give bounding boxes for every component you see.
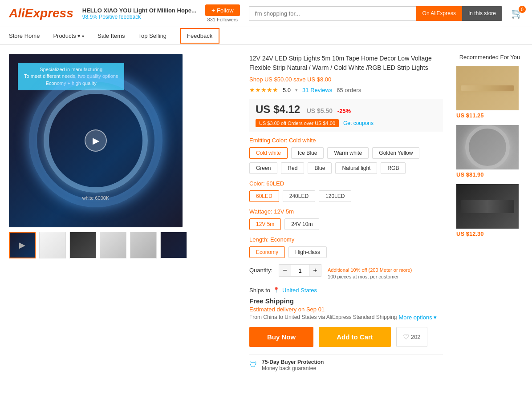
color-ice-blue[interactable]: Ice Blue <box>291 147 324 159</box>
nav-top-selling[interactable]: Top Selling <box>138 27 167 44</box>
header: AliExpress HELLO XIAO YOU Light Of Milli… <box>0 0 532 27</box>
price-section: US $4.12 US $5.50 -25% US $3.00 off Orde… <box>249 99 443 132</box>
reviews-count[interactable]: 31 Reviews <box>302 87 332 93</box>
action-buttons: Buy Now Add to Cart ♡ 202 <box>249 327 443 347</box>
rec-image-1 <box>456 66 519 110</box>
shop-save: Shop US $50.00 save US $8.00 <box>249 76 443 83</box>
nav-store-home[interactable]: Store Home <box>9 27 40 44</box>
add-to-cart-button[interactable]: Add to Cart <box>319 327 391 347</box>
color-warm-white[interactable]: Warm white <box>327 147 369 159</box>
thumbnail-list: ▶ <box>9 232 240 258</box>
thumbnail-6[interactable] <box>160 232 187 258</box>
ships-to-row: Ships to 📍 United States <box>249 287 443 294</box>
emitting-color-label: Emitting Color: Cold white <box>249 137 443 144</box>
more-options-link[interactable]: More options ▾ <box>399 314 437 321</box>
led-visual <box>9 54 183 227</box>
recommended-item-1[interactable]: US $11.25 <box>456 66 523 119</box>
quantity-discount-info: Additional 10% off (200 Meter or more) 1… <box>328 264 412 281</box>
led-240[interactable]: 240LED <box>283 190 315 202</box>
buyer-protection: 🛡 75-Day Buyer Protection Money back gua… <box>249 354 443 376</box>
recommended-item-3[interactable]: US $12.30 <box>456 184 523 237</box>
quantity-label: Quantity: <box>249 264 272 274</box>
original-price: US $5.50 <box>307 107 333 114</box>
product-info: 12V 24V LED Strip Lights 5m 10m Tape Hom… <box>240 54 452 376</box>
wattage-12v-5m[interactable]: 12V 5m <box>249 218 281 230</box>
discount-badge: -25% <box>337 108 351 114</box>
thumbnail-4[interactable] <box>100 232 126 258</box>
protection-subtitle: Money back guarantee <box>262 365 324 371</box>
color-natural-light[interactable]: Natural light <box>335 162 377 174</box>
main-product-image: Specialized in manufacturing To meet dif… <box>9 54 183 227</box>
length-economy[interactable]: Economy <box>249 246 285 258</box>
orders-count: 65 orders <box>337 87 361 93</box>
nav-sale-items[interactable]: Sale Items <box>97 27 125 44</box>
thumbnail-1[interactable]: ▶ <box>9 232 36 258</box>
followers-count: 831 Followers <box>207 17 238 22</box>
rec-price-1: US $11.25 <box>456 112 523 119</box>
length-high-class[interactable]: High-class <box>288 246 327 258</box>
ship-from: From China to United States via AliExpre… <box>249 314 443 321</box>
led-60[interactable]: 60LED <box>249 190 279 202</box>
buy-now-button[interactable]: Buy Now <box>249 327 313 347</box>
thumbnail-2[interactable] <box>39 232 66 258</box>
wattage-buttons: 12V 5m 24V 10m <box>249 218 443 230</box>
store-info: HELLO XIAO YOU Light Of Million Hope... … <box>82 7 196 20</box>
coupon-tag: US $3.00 off Orders over US $4.00 <box>256 119 339 127</box>
thumb-play-icon: ▶ <box>19 240 25 250</box>
rating-number: 5.0 <box>283 87 291 93</box>
shipping-section: Free Shipping Estimated delivery on Sep … <box>249 297 443 321</box>
rec-image-2 <box>456 125 519 169</box>
search-in-store-button[interactable]: In this store <box>462 6 502 21</box>
stars: ★★★★★ <box>249 86 278 93</box>
color-red[interactable]: Red <box>281 162 304 174</box>
store-navigation: Store Home Products ▾ Sale Items Top Sel… <box>0 27 532 45</box>
nav-feedback[interactable]: Feedback <box>180 28 219 44</box>
thumbnail-3[interactable] <box>69 232 96 258</box>
wishlist-button[interactable]: ♡ 202 <box>396 327 427 347</box>
image-label: white 6000K <box>82 195 110 201</box>
quantity-row: Quantity: − + Additional 10% off (200 Me… <box>249 264 443 281</box>
product-images-section: Specialized in manufacturing To meet dif… <box>9 54 240 376</box>
product-images: Specialized in manufacturing To meet dif… <box>9 54 240 258</box>
search-input[interactable] <box>249 6 416 21</box>
cart-badge: 0 <box>519 6 526 13</box>
nav-products[interactable]: Products ▾ <box>53 27 84 44</box>
color-green[interactable]: Green <box>249 162 277 174</box>
quantity-input[interactable] <box>291 264 309 277</box>
follow-section: + Follow 831 Followers <box>205 4 240 22</box>
wattage-24v-10m[interactable]: 24V 10m <box>284 218 319 230</box>
main-content: Specialized in manufacturing To meet dif… <box>0 45 532 385</box>
emitting-color-buttons: Cold white Ice Blue Warm white Golden Ye… <box>249 147 443 174</box>
led-color-option: Color: 60LED 60LED 240LED 120LED <box>249 180 443 202</box>
rec-price-3: US $12.30 <box>456 230 523 237</box>
product-title: 12V 24V LED Strip Lights 5m 10m Tape Hom… <box>249 54 443 73</box>
rating-arrow[interactable]: ▾ <box>295 87 298 93</box>
recommended-item-2[interactable]: US $81.90 <box>456 125 523 178</box>
color-rgb[interactable]: RGB <box>381 162 406 174</box>
led-120[interactable]: 120LED <box>319 190 351 202</box>
quantity-controls: − + <box>279 264 321 277</box>
rating-row: ★★★★★ 5.0 ▾ 31 Reviews 65 orders <box>249 86 443 93</box>
color-golden-yellow[interactable]: Golden Yellow <box>372 147 419 159</box>
rec-strip-visual-3 <box>461 200 514 213</box>
rec-strip-visual-2 <box>465 125 510 169</box>
plus-icon: + <box>211 7 215 14</box>
color-blue[interactable]: Blue <box>308 162 332 174</box>
follow-button[interactable]: + Follow <box>205 4 240 16</box>
thumbnail-5[interactable] <box>130 232 157 258</box>
shield-icon: 🛡 <box>249 360 257 370</box>
protection-text: 75-Day Buyer Protection Money back guara… <box>262 359 324 371</box>
wishlist-count: 202 <box>411 334 421 340</box>
cart-icon[interactable]: 🛒 0 <box>511 8 523 19</box>
led-color-label: Color: 60LED <box>249 180 443 187</box>
get-coupons-link[interactable]: Get coupons <box>343 120 374 126</box>
delivery-date: Estimated delivery on Sep 01 <box>249 306 443 313</box>
quantity-increase[interactable]: + <box>309 264 321 277</box>
ships-to-country[interactable]: United States <box>282 287 317 294</box>
quantity-decrease[interactable]: − <box>279 264 291 277</box>
color-cold-white[interactable]: Cold white <box>249 147 288 159</box>
product-price: US $4.12 US $5.50 -25% <box>256 103 351 115</box>
search-on-aliexpress-button[interactable]: On AliExpress <box>416 6 462 21</box>
led-circle <box>29 74 162 207</box>
led-count-buttons: 60LED 240LED 120LED <box>249 190 443 202</box>
